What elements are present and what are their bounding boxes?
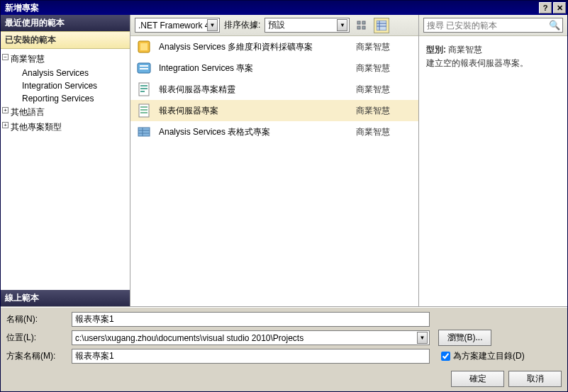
chevron-down-icon: ▼ [417,332,428,344]
template-category: 商業智慧 [356,105,413,117]
left-panel: 最近使用的範本 已安裝的範本 − 商業智慧 Analysis Services … [1,15,130,306]
template-panel: .NET Framework 4 ▼ 排序依據: 預設 ▼ Anal [130,15,418,306]
template-row[interactable]: Analysis Services 表格式專案商業智慧 [130,121,418,142]
template-icon [136,103,152,118]
recent-templates-header[interactable]: 最近使用的範本 [1,15,130,31]
search-bar: 🔍 [419,15,567,36]
svg-rect-2 [357,26,360,29]
svg-rect-16 [140,91,145,92]
chevron-down-icon: ▼ [337,19,347,31]
svg-rect-4 [377,21,386,30]
sort-by-label: 排序依據: [224,19,260,31]
template-list[interactable]: Analysis Services 多維度和資料採礦專案商業智慧Integrat… [130,36,418,306]
template-toolbar: .NET Framework 4 ▼ 排序依據: 預設 ▼ [130,15,418,36]
template-name: Analysis Services 多維度和資料採礦專案 [159,41,356,53]
svg-rect-19 [140,109,147,111]
template-row[interactable]: 報表伺服器專案精靈商業智慧 [130,79,418,100]
small-icons-view-button[interactable] [354,18,369,33]
svg-rect-12 [140,68,148,69]
svg-rect-15 [140,88,147,89]
template-row[interactable]: Integration Services 專案商業智慧 [130,57,418,79]
location-combo[interactable]: c:\users\xugang.zhou\documents\visual st… [72,330,430,345]
bottom-form: 名稱(N): 位置(L): c:\users\xugang.zhou\docum… [1,307,567,391]
svg-rect-21 [138,128,150,136]
template-name: 報表伺服器專案精靈 [159,84,356,96]
cancel-button[interactable]: 取消 [508,371,562,387]
create-dir-checkbox-label[interactable]: 為方案建立目錄(D) [441,350,525,362]
template-category: 商業智慧 [356,41,413,53]
svg-rect-14 [140,85,147,86]
tree-node-other-lang[interactable]: + 其他語言 [2,105,128,120]
expand-icon[interactable]: + [2,107,9,113]
tree-node-other-type[interactable]: + 其他專案類型 [2,120,128,135]
tree-node-is[interactable]: Integration Services [2,79,128,92]
svg-rect-11 [140,65,148,67]
template-name: 報表伺服器專案 [159,105,356,117]
svg-rect-0 [357,21,360,24]
installed-templates-header[interactable]: 已安裝的範本 [1,31,130,49]
titlebar: 新增專案 ? ✕ [1,1,567,15]
tree-node-as[interactable]: Analysis Services [2,67,128,79]
close-button[interactable]: ✕ [553,2,566,13]
svg-rect-3 [362,26,365,29]
svg-rect-18 [140,106,147,108]
create-dir-checkbox[interactable] [441,352,450,361]
framework-select[interactable]: .NET Framework 4 ▼ [135,18,220,33]
tree-node-bi[interactable]: − 商業智慧 [2,52,128,67]
template-icon [136,39,152,55]
browse-button[interactable]: 瀏覽(B)... [438,330,491,346]
template-icon [136,82,152,97]
online-templates-header[interactable]: 線上範本 [1,290,130,306]
template-name: Analysis Services 表格式專案 [159,126,356,138]
description-text: 建立空的報表伺服器專案。 [426,57,560,70]
expand-icon[interactable]: − [2,54,9,60]
expand-icon[interactable]: + [2,122,9,128]
description-panel: 🔍 型別: 商業智慧 建立空的報表伺服器專案。 [418,15,567,306]
dialog-title: 新增專案 [2,2,538,14]
tree-node-rs[interactable]: Reporting Services [2,92,128,105]
ok-button[interactable]: 確定 [451,371,504,387]
template-category: 商業智慧 [356,84,413,96]
type-value: 商業智慧 [448,45,482,55]
template-row[interactable]: 報表伺服器專案商業智慧 [130,100,418,121]
search-input[interactable] [423,18,563,33]
template-row[interactable]: Analysis Services 多維度和資料採礦專案商業智慧 [130,36,418,57]
sort-select[interactable]: 預設 ▼ [264,18,350,33]
solution-name-input[interactable] [72,349,430,364]
list-icon [377,21,386,30]
name-input[interactable] [72,312,430,327]
svg-rect-1 [362,21,365,24]
type-label: 型別: [426,45,446,55]
svg-rect-9 [140,43,147,50]
svg-rect-20 [140,112,147,113]
location-label: 位置(L): [6,332,72,344]
template-tree: − 商業智慧 Analysis Services Integration Ser… [1,49,130,290]
template-icon [136,124,152,140]
solution-name-label: 方案名稱(M): [6,350,72,362]
template-category: 商業智慧 [356,62,413,74]
search-icon[interactable]: 🔍 [549,20,560,30]
help-button[interactable]: ? [539,2,552,13]
template-description: 型別: 商業智慧 建立空的報表伺服器專案。 [419,36,567,306]
template-name: Integration Services 專案 [159,62,356,74]
template-icon [136,60,152,76]
details-view-button[interactable] [374,18,389,33]
new-project-dialog: 新增專案 ? ✕ 最近使用的範本 已安裝的範本 − 商業智慧 Analysis … [0,0,568,392]
chevron-down-icon: ▼ [207,19,218,31]
template-category: 商業智慧 [356,126,413,138]
name-label: 名稱(N): [6,313,72,325]
small-grid-icon [357,21,367,30]
